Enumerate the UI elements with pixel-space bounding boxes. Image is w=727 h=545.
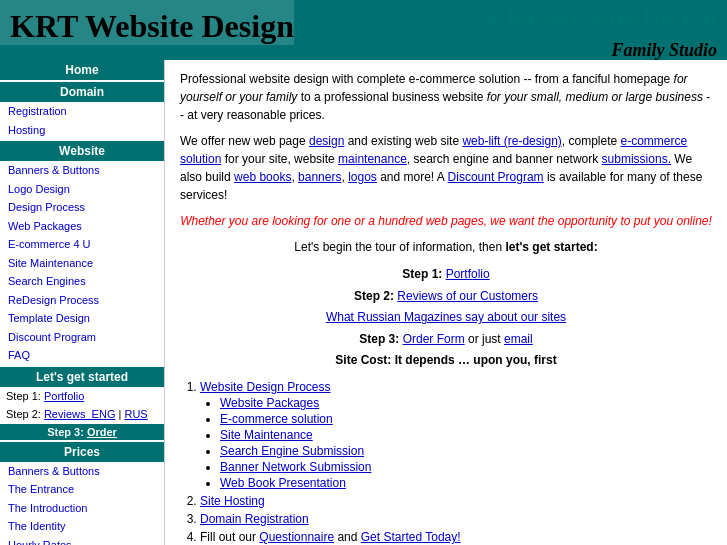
link-website-packages[interactable]: Website Packages xyxy=(220,396,319,410)
link-step1-portfolio[interactable]: Portfolio xyxy=(446,267,490,281)
link-maintenance[interactable]: maintenance xyxy=(338,152,407,166)
step2-sub-line: What Russian Magazines say about our sit… xyxy=(180,307,712,329)
sublist-item-3: Search Engine Submission xyxy=(220,444,712,458)
link-webbooks[interactable]: web books xyxy=(234,170,291,184)
link-web-book-presentation[interactable]: Web Book Presentation xyxy=(220,476,346,490)
sitecost-line: Site Cost: It depends … upon you, first xyxy=(180,350,712,372)
sidebar-item-search-engines[interactable]: Search Engines xyxy=(0,272,164,291)
link-banners[interactable]: banners xyxy=(298,170,341,184)
sidebar-item-logo-design[interactable]: Logo Design xyxy=(0,180,164,199)
sidebar-item-faq[interactable]: FAQ xyxy=(0,346,164,365)
link-step3-email[interactable]: email xyxy=(504,332,533,346)
sidebar-item-redesign-process[interactable]: ReDesign Process xyxy=(0,291,164,310)
sublist-item-4: Banner Network Submission xyxy=(220,460,712,474)
sidebar-item-registration[interactable]: Registration xyxy=(0,102,164,121)
link-step2-reviews[interactable]: Reviews of our Customers xyxy=(397,289,538,303)
link-questionnaire[interactable]: Questionnaire xyxy=(259,530,334,544)
sidebar-home[interactable]: Home xyxy=(0,60,164,80)
sidebar-step1-link[interactable]: Portfolio xyxy=(44,390,84,402)
link-site-maintenance[interactable]: Site Maintenance xyxy=(220,428,313,442)
link-weblift[interactable]: web-lift (re-design) xyxy=(462,134,561,148)
link-web-design-process[interactable]: Website Design Process xyxy=(200,380,331,394)
header-watermark: KRT Website Design Family Studio xyxy=(486,5,717,60)
link-ecommerce-solution[interactable]: E-commerce solution xyxy=(220,412,333,426)
link-logos[interactable]: logos xyxy=(348,170,377,184)
link-domain-reg[interactable]: Domain Registration xyxy=(200,512,309,526)
list-item-2: Site Hosting xyxy=(200,494,712,508)
list-item-4: Fill out our Questionnaire and Get Start… xyxy=(200,530,712,544)
sidebar-domain-header: Domain xyxy=(0,82,164,102)
link-discount[interactable]: Discount Program xyxy=(448,170,544,184)
link-get-started[interactable]: Get Started Today! xyxy=(361,530,461,544)
sidebar-item-ecommerce[interactable]: E-commerce 4 U xyxy=(0,235,164,254)
sidebar-item-banners-prices[interactable]: Banners & Buttons xyxy=(0,462,164,481)
main-content: Professional website design with complet… xyxy=(165,60,727,545)
link-design[interactable]: design xyxy=(309,134,344,148)
sidebar-item-entrance[interactable]: The Entrance xyxy=(0,480,164,499)
sublist-item-1: E-commerce solution xyxy=(220,412,712,426)
sidebar: Home Domain Registration Hosting Website… xyxy=(0,60,165,545)
step3-line: Step 3: Order Form or just email xyxy=(180,329,712,351)
sidebar-step1: Step 1: Portfolio xyxy=(0,387,164,406)
sidebar-step3-header: Step 3: Order xyxy=(0,424,164,440)
link-search-engine-sub[interactable]: Search Engine Submission xyxy=(220,444,364,458)
list-item-1: Website Design Process Website Packages … xyxy=(200,380,712,490)
sidebar-item-site-maintenance[interactable]: Site Maintenance xyxy=(0,254,164,273)
sidebar-step3-link[interactable]: Order xyxy=(87,426,117,438)
steps-section: Step 1: Portfolio Step 2: Reviews of our… xyxy=(180,264,712,372)
step2-line: Step 2: Reviews of our Customers xyxy=(180,286,712,308)
sublist-item-5: Web Book Presentation xyxy=(220,476,712,490)
sublist-item-0: Website Packages xyxy=(220,396,712,410)
sidebar-item-discount-program[interactable]: Discount Program xyxy=(0,328,164,347)
link-step3-order[interactable]: Order Form xyxy=(403,332,465,346)
sidebar-step2: Step 2: Reviews_ENG | RUS xyxy=(0,405,164,424)
offer-paragraph: We offer new web page design and existin… xyxy=(180,132,712,204)
sidebar-item-template-design[interactable]: Template Design xyxy=(0,309,164,328)
sidebar-item-web-packages[interactable]: Web Packages xyxy=(0,217,164,236)
site-title: KRT Website Design xyxy=(0,0,294,45)
link-step2-russian[interactable]: What Russian Magazines say about our sit… xyxy=(326,310,566,324)
tour-intro: Let's begin the tour of information, the… xyxy=(180,238,712,256)
sidebar-step2-link2[interactable]: RUS xyxy=(124,408,147,420)
sidebar-item-identity[interactable]: The Identity xyxy=(0,517,164,536)
sidebar-letsget-header: Let's get started xyxy=(0,367,164,387)
sublist: Website Packages E-commerce solution Sit… xyxy=(220,396,712,490)
sidebar-prices-header: Prices xyxy=(0,442,164,462)
sidebar-item-banners-buttons[interactable]: Banners & Buttons xyxy=(0,161,164,180)
sublist-item-2: Site Maintenance xyxy=(220,428,712,442)
sidebar-item-hosting[interactable]: Hosting xyxy=(0,121,164,140)
promo-text: Whether you are looking for one or a hun… xyxy=(180,212,712,230)
main-list: Website Design Process Website Packages … xyxy=(200,380,712,545)
list-item-3: Domain Registration xyxy=(200,512,712,526)
link-submissions[interactable]: submissions. xyxy=(602,152,671,166)
sidebar-item-hourly-rates[interactable]: Hourly Rates xyxy=(0,536,164,546)
link-banner-network-sub[interactable]: Banner Network Submission xyxy=(220,460,371,474)
step1-line: Step 1: Portfolio xyxy=(180,264,712,286)
sidebar-step2-link1[interactable]: Reviews_ENG xyxy=(44,408,116,420)
sidebar-item-design-process[interactable]: Design Process xyxy=(0,198,164,217)
header: KRT Website Design KRT Website Design Fa… xyxy=(0,0,727,60)
link-site-hosting[interactable]: Site Hosting xyxy=(200,494,265,508)
intro-paragraph: Professional website design with complet… xyxy=(180,70,712,124)
sidebar-item-introduction[interactable]: The Introduction xyxy=(0,499,164,518)
sidebar-website-header: Website xyxy=(0,141,164,161)
